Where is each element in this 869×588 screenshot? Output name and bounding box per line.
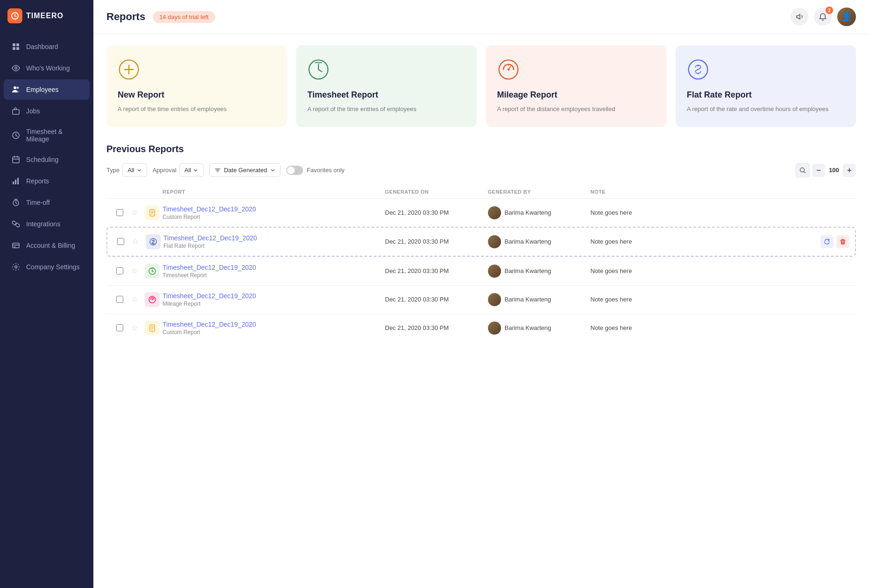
note-cell: Note goes here xyxy=(591,324,813,331)
favorite-star[interactable]: ☆ xyxy=(131,295,138,304)
sidebar-item-label: Who's Working xyxy=(26,64,70,72)
note-cell: Note goes here xyxy=(591,238,812,245)
sidebar-item-employees[interactable]: Employees xyxy=(4,79,90,100)
timesheet-report-card[interactable]: Timesheet Report A report of the time en… xyxy=(296,45,476,127)
link-icon xyxy=(11,219,21,229)
report-info: Timesheet_Dec12_Dec19_2020 Custom Report xyxy=(162,321,385,336)
svg-rect-11 xyxy=(13,182,14,184)
report-name-link[interactable]: Timesheet_Dec12_Dec19_2020 xyxy=(162,205,385,213)
notification-badge: 2 xyxy=(826,7,833,14)
report-type-icon xyxy=(145,205,160,220)
previous-reports-section: Previous Reports Type All Approval All xyxy=(106,144,856,342)
generated-by-cell: Barima Kwarteng xyxy=(488,235,591,248)
trial-badge: 14 days of trial left xyxy=(153,11,215,23)
favorites-toggle[interactable]: Favorites only xyxy=(286,166,345,175)
row-type-icon-cell xyxy=(142,264,162,279)
report-name-link[interactable]: Timesheet_Dec12_Dec19_2020 xyxy=(162,292,385,300)
row-checkbox[interactable] xyxy=(116,296,123,303)
generated-on-cell: Dec 21, 2020 03:30 PM xyxy=(385,267,488,274)
report-name-link[interactable]: Timesheet_Dec12_Dec19_2020 xyxy=(163,234,385,242)
report-type-label: Custom Report xyxy=(162,214,385,220)
megaphone-button[interactable] xyxy=(791,8,808,26)
mileage-report-icon xyxy=(497,58,655,83)
generator-name: Barima Kwarteng xyxy=(505,209,551,216)
sidebar-item-whos-working[interactable]: Who's Working xyxy=(4,58,90,78)
grid-icon xyxy=(11,42,21,51)
sidebar-item-account-billing[interactable]: Account & Billing xyxy=(4,235,90,256)
refresh-button[interactable] xyxy=(820,235,834,248)
count-decrease-button[interactable]: − xyxy=(812,164,825,177)
type-filter-select[interactable]: All xyxy=(122,163,147,177)
sidebar-item-timesheet-mileage[interactable]: Timesheet & Mileage xyxy=(4,122,90,148)
report-type-label: Flat Rate Report xyxy=(163,243,385,249)
table-row: ☆ Timesheet_Dec12_Dec19_2020 Flat Rate R… xyxy=(106,227,856,257)
count-control: − 100 + xyxy=(812,164,856,177)
logo[interactable]: TIMEERO xyxy=(0,0,93,32)
sidebar-item-label: Jobs xyxy=(26,107,40,115)
notification-button[interactable]: 2 xyxy=(814,8,832,26)
svg-rect-4 xyxy=(16,47,19,50)
sidebar-item-reports[interactable]: Reports xyxy=(4,171,90,191)
favorites-label: Favorites only xyxy=(307,167,345,174)
favorite-star[interactable]: ☆ xyxy=(131,323,138,332)
favorites-switch[interactable] xyxy=(286,166,303,175)
sidebar-item-label: Employees xyxy=(26,86,58,93)
svg-rect-13 xyxy=(17,178,19,184)
table-row: ☆ Timesheet_Dec12_Dec19_2020 Timesheet R… xyxy=(106,257,856,285)
delete-button[interactable] xyxy=(836,235,849,248)
sidebar-item-integrations[interactable]: Integrations xyxy=(4,214,90,234)
count-value: 100 xyxy=(827,167,841,174)
sidebar-item-label: Company Settings xyxy=(26,263,79,271)
row-type-icon-cell xyxy=(142,292,162,307)
row-checkbox-cell xyxy=(112,267,127,274)
svg-rect-12 xyxy=(15,180,16,184)
approval-filter-select[interactable]: All xyxy=(179,163,204,177)
mileage-report-desc: A report of the distance employees trave… xyxy=(497,105,655,114)
date-filter[interactable]: Date Generated xyxy=(209,163,281,177)
favorite-star[interactable]: ☆ xyxy=(132,237,139,246)
generated-on-cell: Dec 21, 2020 03:30 PM xyxy=(385,238,488,245)
generated-by-cell: Barima Kwarteng xyxy=(488,293,591,306)
favorite-star[interactable]: ☆ xyxy=(131,208,138,217)
generator-avatar xyxy=(488,322,501,335)
favorite-star[interactable]: ☆ xyxy=(131,266,138,275)
sidebar-item-company-settings[interactable]: Company Settings xyxy=(4,257,90,277)
row-checkbox[interactable] xyxy=(116,324,123,331)
new-report-title: New Report xyxy=(118,90,276,100)
svg-point-27 xyxy=(152,299,153,300)
new-report-desc: A report of the time entries of employee… xyxy=(118,105,276,114)
briefcase-icon xyxy=(11,106,21,116)
sidebar-item-jobs[interactable]: Jobs xyxy=(4,101,90,121)
generated-by-cell: Barima Kwarteng xyxy=(488,206,591,219)
row-checkbox-cell xyxy=(113,238,128,245)
sidebar-item-scheduling[interactable]: Scheduling xyxy=(4,149,90,170)
type-filter-label: Type xyxy=(106,167,120,174)
search-icon xyxy=(799,167,806,174)
sidebar-item-label: Reports xyxy=(26,177,49,185)
report-info: Timesheet_Dec12_Dec19_2020 Mileage Repor… xyxy=(162,292,385,307)
generator-avatar xyxy=(488,265,501,278)
logo-icon xyxy=(7,8,22,23)
report-column-header: REPORT xyxy=(162,189,385,195)
sidebar-item-time-off[interactable]: Time-off xyxy=(4,192,90,213)
row-checkbox[interactable] xyxy=(117,238,124,245)
mileage-report-card[interactable]: Mileage Report A report of the distance … xyxy=(486,45,666,127)
user-avatar[interactable]: 👤 xyxy=(837,7,856,26)
svg-point-16 xyxy=(15,266,17,268)
settings-icon xyxy=(11,262,21,272)
sidebar: TIMEERO Dashboard Who's Working xyxy=(0,0,93,588)
row-checkbox[interactable] xyxy=(116,209,123,216)
new-report-card[interactable]: New Report A report of the time entries … xyxy=(106,45,287,127)
svg-rect-1 xyxy=(13,43,15,46)
flat-rate-report-card[interactable]: Flat Rate Report A report of the rate an… xyxy=(676,45,856,127)
row-checkbox[interactable] xyxy=(116,267,123,274)
count-increase-button[interactable]: + xyxy=(843,164,856,177)
report-name-link[interactable]: Timesheet_Dec12_Dec19_2020 xyxy=(162,264,385,271)
report-name-link[interactable]: Timesheet_Dec12_Dec19_2020 xyxy=(162,321,385,328)
generated-by-cell: Barima Kwarteng xyxy=(488,322,591,335)
note-cell: Note goes here xyxy=(591,296,813,303)
previous-reports-title: Previous Reports xyxy=(106,144,856,154)
sidebar-item-dashboard[interactable]: Dashboard xyxy=(4,36,90,57)
search-button[interactable] xyxy=(795,163,810,178)
page-title: Reports xyxy=(106,11,145,23)
